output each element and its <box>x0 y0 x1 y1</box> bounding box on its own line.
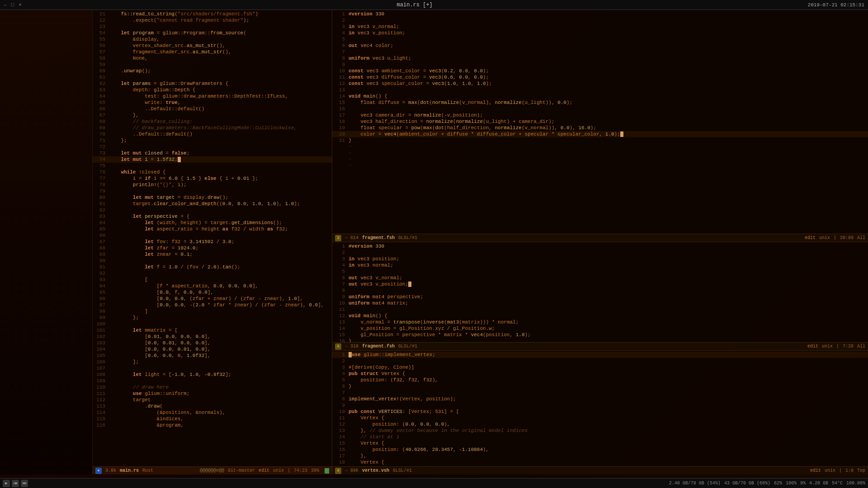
statusline-main: ● 3.8k main.rs Rust @@@@@@e@@ Git-master… <box>93 466 332 474</box>
status-mode-vertex: edit <box>810 468 821 473</box>
code-line: 6out vec3 v_normal; <box>332 275 868 281</box>
code-line: 10pub const VERTICES: [Vertex; 531] = [ <box>332 408 868 415</box>
code-line: 19 float specular = pow(max(dot(half_dir… <box>332 125 868 131</box>
code-line: 10uniform mat4 matrix; <box>332 300 868 306</box>
code-line: 13 v_normal = transpose(inverse(mat3(mat… <box>332 319 868 325</box>
code-line: 4pub struct Vertex { <box>332 371 868 377</box>
code-line: 11 Vertex { <box>332 415 868 421</box>
close-icon[interactable]: × <box>19 2 22 8</box>
code-line: 111 use glium::uniform; <box>93 390 332 397</box>
code-line: 3in vec3 position; <box>332 256 868 262</box>
code-line: 75 <box>93 163 332 169</box>
code-line: 66 ..Default::default() <box>93 106 332 112</box>
sys-storage: 4.20 GB <box>809 481 828 486</box>
code-line: 62 let params = glium::DrawParameters { <box>93 80 332 87</box>
code-line: 95 [0.0, f, 0.0, 0.0], <box>93 289 332 296</box>
status-filename-fragment-top: fragment.fsh <box>362 235 395 240</box>
code-line: 60 .unwrap(); <box>93 68 332 74</box>
buffer-indicator-vertex: 4 <box>335 468 341 474</box>
code-line: 4in vec3 normal; <box>332 262 868 268</box>
status-encoding-mid: unix <box>822 344 833 349</box>
code-line: 73 let mut closed = false; <box>93 150 332 156</box>
code-line: 57 fragment_shader_src.as_mut_str(), <box>93 49 332 55</box>
code-line: 64 test: glium::draw_parameters::DepthTe… <box>93 93 332 99</box>
code-line: 11const vec3 diffuse_color = vec3(0.6, 0… <box>332 74 868 80</box>
code-line: 15 Vertex { <box>332 440 868 446</box>
code-line: 8implement_vertex!(Vertex, position); <box>332 396 868 402</box>
code-line-active: 20 color = vec4(ambient_color + diffuse … <box>332 131 868 137</box>
minimize-icon[interactable]: – <box>4 2 7 8</box>
status-pct-fragment-top: All <box>857 235 865 240</box>
sys-icon-1[interactable]: ▶ <box>3 480 10 487</box>
right-pane-bottom[interactable]: 1use glium::implement_vertex; 2 3#[deriv… <box>332 351 868 474</box>
code-line: 98 ] <box>93 308 332 314</box>
code-line: 22 .expect("cannot read fragment shader"… <box>93 17 332 23</box>
code-line: 89 let znear = 0.1; <box>93 251 332 258</box>
right-pane-top[interactable]: 1#version 330 2 3in vec3 v_normal; 4in v… <box>332 10 868 242</box>
top-bar-left: – □ × <box>4 2 22 8</box>
code-line: 99 }; <box>93 314 332 321</box>
code-line: 107 <box>93 365 332 371</box>
sys-icon-2[interactable]: ⏮ <box>12 480 19 487</box>
code-line: 79 <box>93 188 332 194</box>
code-line: 14void main() { <box>332 93 868 99</box>
status-mode-fragment-top: edit <box>805 235 816 240</box>
code-line: 2 <box>332 249 868 256</box>
code-area-vertex[interactable]: 1use glium::implement_vertex; 2 3#[deriv… <box>332 351 868 466</box>
code-line: 7out vec3 v_position; <box>332 281 868 287</box>
sys-left: ▶ ⏮ ⏭ <box>3 480 28 487</box>
code-line: 13 }, // dummy vector because in the ori… <box>332 427 868 434</box>
maximize-icon[interactable]: □ <box>11 2 14 8</box>
code-line: 82 <box>93 207 332 213</box>
buffer-indicator-mid: 4 <box>335 343 341 350</box>
code-line: 9uniform mat4 perspective; <box>332 294 868 300</box>
code-line: 14 // start at 1 <box>332 434 868 440</box>
code-line: 81 target.clear_color_and_depth((0.0, 0.… <box>93 201 332 207</box>
code-line: 110 // draw here <box>93 384 332 390</box>
code-area-fragment-mid[interactable]: 1#version 330 2 3in vec3 position; 4in v… <box>332 242 868 342</box>
status-lang-vertex: GLSL/#1 <box>393 468 412 473</box>
status-filesize-vertex: - 89k <box>345 468 359 473</box>
status-encoding-vertex: unix <box>825 468 835 473</box>
status-pos-main: 74:23 <box>294 468 307 473</box>
tilde-line: ~ <box>332 150 868 156</box>
code-line: 91 let f = 1.0 / (fov / 2.0).tan(); <box>93 264 332 270</box>
code-area-fragment-top[interactable]: 1#version 330 2 3in vec3 v_normal; 4in v… <box>332 10 868 234</box>
code-line: 5 <box>332 36 868 42</box>
code-line: 17 }, <box>332 453 868 459</box>
code-line: 12void main() { <box>332 313 868 319</box>
code-line: 113 .draw( <box>93 403 332 409</box>
left-pane-main[interactable]: 21 fs::read_to_string("src/shaders/fragm… <box>93 10 332 474</box>
code-line: 63 depth: glium::Depth { <box>93 87 332 93</box>
sys-misc: 100.00% <box>846 481 865 486</box>
code-line: 100 <box>93 321 332 327</box>
status-mode-mid: edit <box>807 344 818 349</box>
code-line: 65 write: true, <box>93 99 332 106</box>
code-line: 97 [0.0, 0.0, -(2.0 * zfar * znear) / (z… <box>93 302 332 308</box>
code-line: 17 vec3 camera_dir = normalize(-v_positi… <box>332 112 868 118</box>
code-line: 78 println!("{}", i); <box>93 182 332 188</box>
code-line: 11 <box>332 306 868 313</box>
status-pos-mid: 7:20 <box>843 344 854 349</box>
code-line: 96 [0.0, 0.0, (zfar + znear) / (zfar - z… <box>93 296 332 302</box>
sys-icon-3[interactable]: ⏭ <box>21 480 28 487</box>
tilde-line: ~ <box>332 156 868 163</box>
code-line: 21 fs::read_to_string("src/shaders/fragm… <box>93 11 332 17</box>
code-line: 7 <box>332 389 868 396</box>
statusline-fragment-top: 3 - 614 fragment.fsh GLSL/#1 edit unix |… <box>332 234 868 242</box>
editor-container: 21 fs::read_to_string("src/shaders/fragm… <box>93 10 868 474</box>
code-line: 106 ]; <box>93 359 332 365</box>
right-pane-mid[interactable]: 1#version 330 2 3in vec3 position; 4in v… <box>332 242 868 351</box>
code-area-main[interactable]: 21 fs::read_to_string("src/shaders/fragm… <box>93 10 332 466</box>
code-line: 3#[derive(Copy, Clone)] <box>332 364 868 371</box>
code-line: 15 float diffuse = max(dot(normalize(v_n… <box>332 99 868 106</box>
code-line: 104 [0.0, 0.0, 0.01, 0.0], <box>93 346 332 352</box>
code-line: 94 [f * aspect_ratio, 0.0, 0.0, 0.0], <box>93 283 332 289</box>
sys-cpu: 62% <box>774 481 782 486</box>
statusline-mid: 4 - 318 fragment.fsh GLSL/#1 edit unix |… <box>332 342 868 350</box>
code-line: 112 target <box>93 397 332 403</box>
code-line: 18 vec3 half_direction = normalize(norma… <box>332 118 868 125</box>
sidebar <box>0 10 93 474</box>
code-line: 114 (&positions, &normals), <box>93 409 332 416</box>
code-line: 12 position: (0.0, 0.0, 0.0), <box>332 421 868 427</box>
